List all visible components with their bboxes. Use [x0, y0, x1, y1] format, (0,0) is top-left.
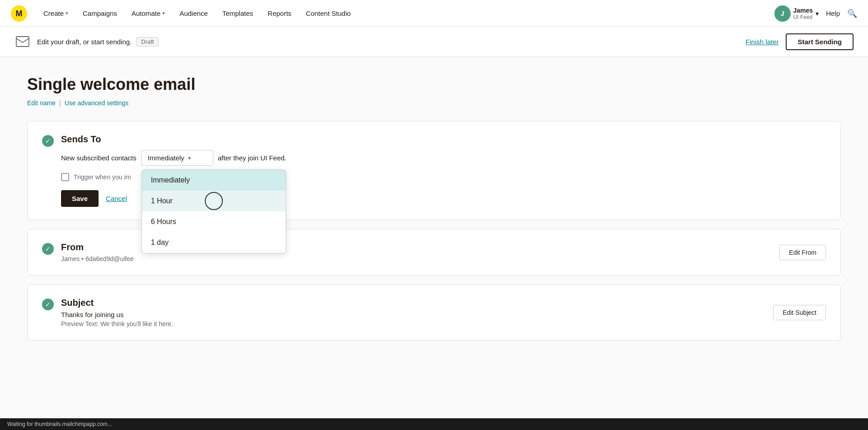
sends-to-check-icon: ✓	[42, 135, 54, 147]
nav-create[interactable]: Create ▾	[38, 7, 74, 20]
nav-content-studio[interactable]: Content Studio	[301, 7, 356, 20]
draft-bar-text: Edit your draft, or start sending.	[37, 38, 132, 46]
sends-to-title: Sends To	[61, 134, 101, 145]
sends-to-header: ✓ Sends To	[42, 134, 826, 147]
meta-divider: |	[59, 99, 61, 107]
subject-card: ✓ Subject Thanks for joining us Preview …	[27, 285, 841, 341]
dropdown-option-1day[interactable]: 1 day	[142, 232, 286, 253]
edit-subject-button[interactable]: Edit Subject	[773, 305, 826, 320]
mailchimp-logo[interactable]: M	[11, 5, 27, 22]
sends-to-body: New subscribed contacts Immediately ▾ Im…	[61, 150, 826, 207]
top-nav: M Create ▾ Campaigns Automate ▾ Audience…	[0, 0, 868, 27]
user-chevron-icon: ▾	[816, 10, 819, 17]
draft-icon	[14, 34, 31, 50]
timing-dropdown[interactable]: Immediately ▾ Immediately 1 Hour 6 Hours	[141, 150, 213, 166]
search-icon[interactable]: 🔍	[847, 9, 857, 19]
status-bar: Waiting for thumbnails.mailchimpapp.com.…	[0, 418, 868, 430]
trigger-label: Trigger when you im	[74, 173, 131, 181]
help-link[interactable]: Help	[826, 9, 840, 17]
timing-dropdown-menu: Immediately 1 Hour 6 Hours 1 day	[142, 169, 286, 253]
subject-section-inner: ✓ Subject Thanks for joining us Preview …	[42, 298, 826, 327]
svg-text:M: M	[16, 9, 23, 18]
trigger-checkbox[interactable]	[61, 173, 69, 181]
main-content: Single welcome email Edit name | Use adv…	[0, 57, 868, 430]
edit-name-link[interactable]: Edit name	[27, 99, 56, 107]
create-chevron-icon: ▾	[66, 10, 68, 16]
sends-to-row: New subscribed contacts Immediately ▾ Im…	[61, 150, 826, 166]
nav-templates[interactable]: Templates	[217, 7, 259, 20]
page-title: Single welcome email	[27, 75, 841, 94]
nav-right: J James UI Feed ▾ Help 🔍	[774, 5, 857, 22]
from-check-icon: ✓	[42, 243, 54, 255]
nav-automate[interactable]: Automate ▾	[126, 7, 170, 20]
from-left: ✓ From James • 6da6ed9d@uifee	[42, 242, 134, 262]
cursor-indicator	[205, 192, 223, 210]
dropdown-option-6hours[interactable]: 6 Hours	[142, 211, 286, 232]
cancel-button[interactable]: Cancel	[106, 195, 127, 202]
draft-badge: Draft	[136, 37, 159, 47]
edit-from-button[interactable]: Edit From	[779, 245, 826, 260]
subject-check-icon: ✓	[42, 299, 54, 310]
preview-text: Preview Text: We think you'll like it he…	[61, 320, 173, 327]
nav-campaigns[interactable]: Campaigns	[77, 7, 123, 20]
from-title: From	[61, 242, 134, 252]
user-menu[interactable]: J James UI Feed ▾	[774, 5, 819, 22]
sends-to-suffix: after they join UI Feed.	[218, 154, 287, 162]
page-meta: Edit name | Use advanced settings	[27, 99, 841, 107]
from-detail: James • 6da6ed9d@uifee	[61, 255, 134, 262]
subject-text: Thanks for joining us	[61, 311, 173, 318]
use-advanced-settings-link[interactable]: Use advanced settings	[65, 99, 129, 107]
timing-dropdown-value: Immediately	[148, 154, 184, 162]
sends-to-prefix: New subscribed contacts	[61, 154, 137, 162]
status-bar-text: Waiting for thumbnails.mailchimpapp.com.…	[7, 421, 112, 427]
user-sub: UI Feed	[793, 14, 813, 20]
draft-bar-right: Finish later Start Sending	[745, 33, 854, 50]
start-sending-button[interactable]: Start Sending	[786, 33, 854, 50]
dropdown-option-1hour[interactable]: 1 Hour	[142, 191, 286, 211]
avatar: J	[774, 5, 791, 22]
user-name: James	[793, 7, 813, 14]
finish-later-button[interactable]: Finish later	[745, 38, 778, 46]
subject-title: Subject	[61, 298, 173, 308]
subject-left: ✓ Subject Thanks for joining us Preview …	[42, 298, 173, 327]
nav-reports[interactable]: Reports	[262, 7, 297, 20]
svg-rect-2	[16, 37, 29, 47]
timing-dropdown-chevron-icon: ▾	[188, 155, 191, 161]
draft-bar: Edit your draft, or start sending. Draft…	[0, 27, 868, 57]
automate-chevron-icon: ▾	[162, 10, 165, 16]
nav-audience[interactable]: Audience	[174, 7, 213, 20]
save-button[interactable]: Save	[61, 190, 99, 207]
sends-to-card: ✓ Sends To New subscribed contacts Immed…	[27, 121, 841, 220]
dropdown-option-immediately[interactable]: Immediately	[142, 170, 286, 191]
